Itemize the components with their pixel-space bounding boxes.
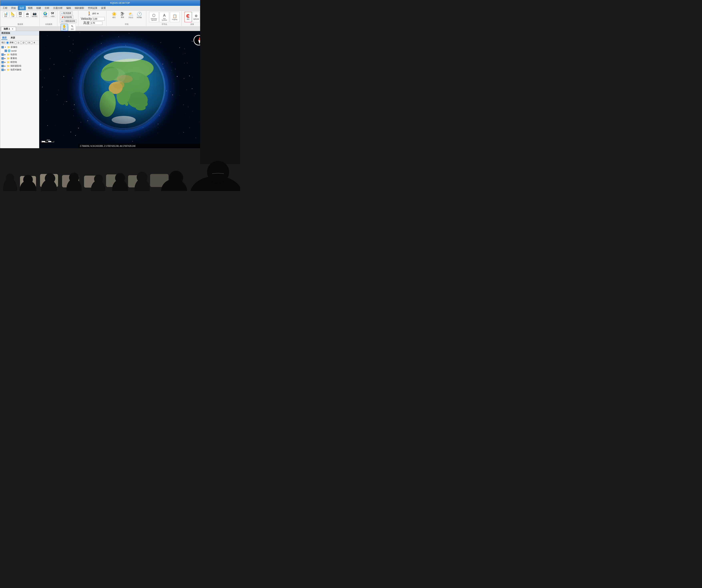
layer-world[interactable]: 🌐 world <box>1 49 39 52</box>
scene-object-checkbox[interactable] <box>1 68 4 71</box>
height-input[interactable] <box>91 21 102 25</box>
layer-scene-object-group[interactable]: ▶ 📁 场景对象组 <box>1 68 39 71</box>
star <box>101 43 102 44</box>
layer-element-group[interactable]: ▶ 📁 要素组 <box>1 56 39 60</box>
view-2-radio[interactable] <box>20 41 22 44</box>
star <box>73 116 74 116</box>
image-expand-icon[interactable]: ▼ <box>4 46 6 48</box>
world-checkbox[interactable] <box>5 49 7 52</box>
symbolization-label: 符号化 <box>162 23 167 26</box>
undo-select-btn[interactable]: ↩ 取消选择 <box>60 11 73 15</box>
view-3-radio[interactable] <box>25 41 28 44</box>
scene-object-expand-icon[interactable]: ▶ <box>4 69 6 71</box>
star <box>71 132 71 132</box>
star <box>78 75 79 75</box>
star <box>189 128 190 128</box>
view-label: 视口 <box>1 41 5 44</box>
pick2d-btn[interactable]: ⊞ 二维数据拾取 <box>60 19 77 23</box>
scene-tab[interactable]: 场景-1 ✕ <box>1 27 16 31</box>
image-folder-icon: 📁 <box>7 46 10 48</box>
select-btn[interactable]: ↖ 选择 <box>69 24 76 31</box>
star <box>170 92 171 92</box>
sunny-btn[interactable]: ☀️ 晴天 <box>110 11 118 19</box>
ceiling-right <box>200 0 240 164</box>
geometry-symbols-btn[interactable]: ⬡ GeometrySymbols <box>149 12 159 22</box>
star <box>139 137 140 137</box>
star <box>47 125 48 126</box>
velocity-input[interactable] <box>93 17 105 21</box>
menu-edit[interactable]: 编辑 <box>65 6 73 10</box>
vector-btn[interactable]: 📐 矢量 <box>10 11 16 18</box>
image-group-checkbox[interactable] <box>1 46 4 48</box>
view-4-label: 4 <box>34 42 35 44</box>
star <box>73 44 74 44</box>
star <box>185 53 186 54</box>
svg-point-30 <box>23 175 33 184</box>
layer-image-group[interactable]: ▼ 📁 影像组 <box>1 45 39 49</box>
magnet-btn[interactable]: 🧲 捕捉 <box>185 12 192 22</box>
terrain-btn[interactable]: ⛰ 地形 <box>24 11 31 18</box>
stick-ground-btn[interactable]: 📌 贴地拾取 <box>60 15 74 19</box>
scene-settings-btn[interactable]: ⚙ 场景设置 <box>193 12 200 22</box>
terrain-folder-icon: 📁 <box>7 53 10 56</box>
menu-start[interactable]: 开始 <box>9 6 17 10</box>
terrain-expand-icon[interactable]: ▶ <box>4 53 6 55</box>
layer-terrain-group[interactable]: ▶ 📁 地形组 <box>1 52 39 56</box>
menu-analyze[interactable]: 分析 <box>43 6 51 10</box>
menu-spatial[interactable]: 空间运算 <box>86 6 99 10</box>
svg-point-18 <box>82 46 166 130</box>
menu-project[interactable]: 工程 <box>1 6 9 10</box>
scene-settings-icon: ⚙ <box>195 14 198 18</box>
star <box>50 58 50 59</box>
star <box>80 32 80 33</box>
star <box>73 40 74 40</box>
property-btn[interactable]: 📋 Property <box>170 12 180 22</box>
roam-btn[interactable]: ✋ 漫游 <box>61 24 68 31</box>
image-btn[interactable]: 🖼 影像 <box>17 11 23 18</box>
menu-scene[interactable]: 场景 <box>18 6 26 10</box>
model-group-checkbox[interactable] <box>1 61 4 63</box>
tianditu-btn[interactable]: 🌍 天地图 <box>42 11 48 18</box>
menu-oblique[interactable]: 倾斜摄影 <box>73 6 86 10</box>
star <box>81 122 81 122</box>
velocity-row: Velocity <box>81 17 105 21</box>
map-viewport[interactable]: 3D地景 .1km 2.7066056, N:34.2431995, Z:170… <box>39 31 208 148</box>
special-map-btn[interactable]: 🗺 专题图 <box>49 11 55 18</box>
menu-create[interactable]: 创建 <box>35 6 43 10</box>
weather-btn[interactable]: ⛅ 天全云 <box>127 11 134 19</box>
view-1-radio[interactable] <box>14 41 17 44</box>
environment-label: 环境 <box>125 23 128 26</box>
timeline-btn[interactable]: 🕐 时间轴 <box>136 11 143 19</box>
menu-settings[interactable]: 设置 <box>100 6 107 10</box>
star <box>185 114 186 114</box>
tab-layers[interactable]: 图层 <box>1 36 7 40</box>
data-btn[interactable]: 📊 数据 <box>3 11 9 18</box>
tab-close-icon[interactable]: ✕ <box>12 28 13 30</box>
image-icon: 🖼 <box>19 12 22 15</box>
view-all-radio[interactable] <box>6 41 9 44</box>
star <box>175 69 176 69</box>
terrain-group-checkbox[interactable] <box>1 53 4 56</box>
element-group-checkbox[interactable] <box>1 57 4 59</box>
oblique-btn[interactable]: 📷 倾斜摄影 <box>31 11 38 18</box>
oblique-icon: 📷 <box>33 12 37 15</box>
weather-icons: ☀️ 晴天 🌫 雾效 ⛅ 天全云 🕐 时间轴 <box>109 11 144 19</box>
scale-line <box>42 141 54 142</box>
layer-tree: ▼ 📁 影像组 🌐 world ▶ 📁 地形组 <box>0 45 39 148</box>
star <box>47 35 47 36</box>
layer-model-group[interactable]: ▶ 📁 模型组 <box>1 60 39 64</box>
oblique-expand-icon[interactable]: ▶ <box>4 65 6 67</box>
view-4-radio[interactable] <box>30 41 33 44</box>
symbolization-group: ⬡ GeometrySymbols A TextSymbols 📋 Proper… <box>147 11 182 26</box>
model-expand-icon[interactable]: ▶ <box>4 61 6 63</box>
oblique-group-checkbox[interactable] <box>1 65 4 67</box>
star <box>183 132 184 133</box>
tab-sources[interactable]: 来源 <box>10 36 16 40</box>
star <box>64 135 64 136</box>
fog-btn[interactable]: 🌫 雾效 <box>119 11 126 19</box>
text-symbols-btn[interactable]: A TextSymbols <box>159 12 169 22</box>
element-expand-icon[interactable]: ▶ <box>4 57 6 59</box>
menu-view[interactable]: 视图 <box>26 6 34 10</box>
layer-oblique-group[interactable]: ▶ 📁 倾斜摄影组 <box>1 64 39 68</box>
menu-theme-analyze[interactable]: 主题分析 <box>51 6 64 10</box>
